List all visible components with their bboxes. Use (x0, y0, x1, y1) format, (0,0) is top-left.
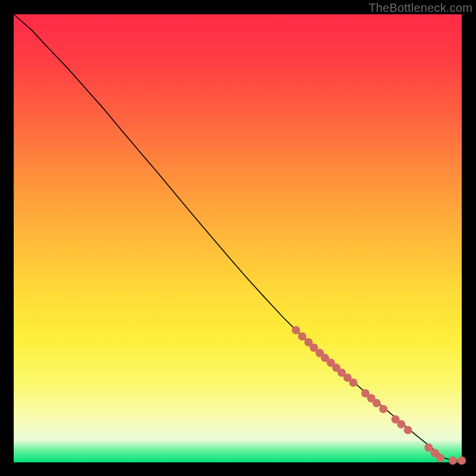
data-point (436, 454, 444, 462)
chart-svg (14, 14, 462, 462)
data-point (379, 405, 387, 413)
data-point (372, 399, 381, 408)
data-point (397, 420, 405, 428)
data-point (298, 332, 306, 340)
data-point (292, 326, 300, 334)
watermark-text: TheBottleneck.com (368, 1, 472, 15)
data-point (458, 456, 466, 465)
curve-path (14, 14, 462, 461)
data-points-group (292, 326, 466, 465)
chart-plot-area (14, 14, 462, 462)
data-point (349, 378, 358, 387)
data-point (404, 426, 412, 434)
data-point (449, 456, 457, 465)
